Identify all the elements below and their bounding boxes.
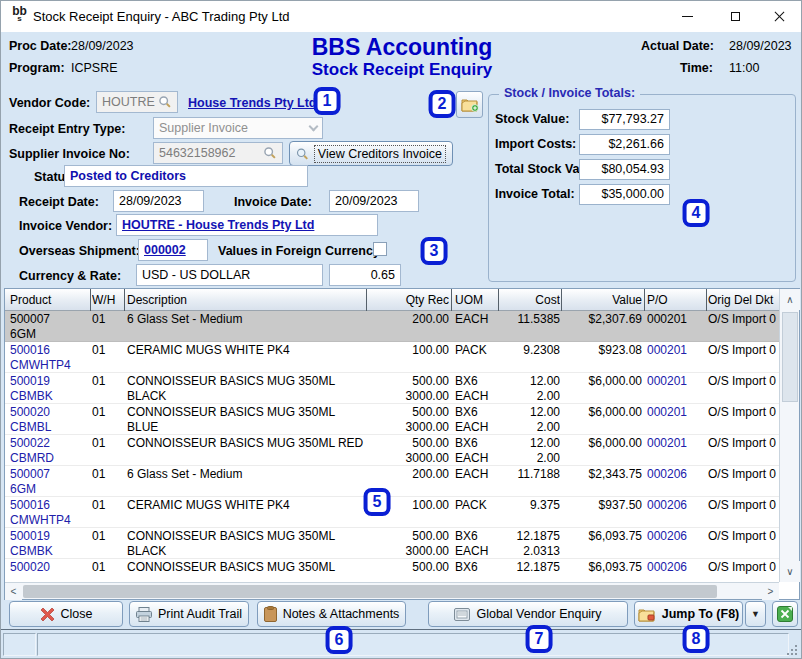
global-vendor-enquiry-button[interactable]: Global Vendor Enquiry [428,601,628,627]
po-cell[interactable]: 000201 [647,437,705,450]
scroll-left-button[interactable]: < [5,583,22,600]
value-cell: $6,093.75 [562,530,642,543]
resize-grip[interactable] [786,644,797,655]
qty-cell: 3000.00 [368,452,449,465]
desc-cell: BLUE [127,421,369,434]
po-cell[interactable]: 000201 [647,344,705,357]
table-row[interactable]: 500022CBMRD01CONNOISSEUR BASICS MUG 350M… [5,435,779,466]
overseas-shipment-link[interactable]: 000002 [144,243,186,257]
table-row[interactable]: 500019CBMBK01CONNOISSEUR BASICS MUG 350M… [5,528,779,559]
uom-cell: BX6 [455,375,500,388]
scroll-right-button[interactable]: > [762,583,779,600]
uom-cell: BX6 [455,437,500,450]
desc-cell: CONNOISSEUR BASICS MUG 350ML [127,530,369,543]
table-row[interactable]: 5000076GM016 Glass Set - Medium200.00EAC… [5,311,779,342]
product-cell: 6GM [10,328,92,341]
product-cell[interactable]: 500007 [10,468,92,481]
horizontal-scroll-thumb[interactable] [23,585,717,598]
table-row[interactable]: 500016CMWHTP401CERAMIC MUGS WHITE PK4100… [5,497,779,528]
close-window-button[interactable] [757,1,802,32]
product-cell[interactable]: 6GM [10,483,92,496]
column-header-po[interactable]: P/O [647,289,705,311]
annotation-badge-1: 1 [314,87,341,115]
qty-cell: 3000.00 [368,390,449,403]
product-cell[interactable]: 500016 [10,499,92,512]
column-header-value[interactable]: Value [562,289,642,311]
jump-to-dropdown-button[interactable]: ▼ [745,601,766,627]
grid-header: Product W/H Description Qty Rec UOM Cost… [5,289,779,311]
product-cell[interactable]: CBMBK [10,390,92,403]
vertical-scroll-thumb[interactable] [782,312,798,402]
po-cell[interactable]: 000206 [647,468,705,481]
receipt-date-value: 28/09/2023 [119,194,182,208]
invoice-vendor-link[interactable]: HOUTRE - House Trends Pty Ltd [122,218,314,232]
product-cell[interactable]: CMWHTP4 [10,514,92,527]
foreign-currency-label: Values in Foreign Currency: [218,244,384,258]
product-cell[interactable]: 500016 [10,344,92,357]
po-cell[interactable]: 000206 [647,561,705,574]
notes-attachments-button[interactable]: Notes & Attachments [257,601,406,627]
product-cell[interactable]: 500022 [10,437,92,450]
column-header-uom[interactable]: UOM [455,289,500,311]
scroll-down-button[interactable]: ∨ [780,561,800,582]
receipt-entry-type-select[interactable]: Supplier Invoice [153,117,323,139]
foreign-currency-checkbox[interactable] [373,242,387,256]
close-button[interactable]: Close [9,601,123,627]
orig-cell: O/S Import 0 [708,468,778,481]
product-cell[interactable]: CBMRD [10,452,92,465]
column-header-orig-del-dkt[interactable]: Orig Del Dkt [708,289,778,311]
time-label: Time: [641,61,713,75]
po-cell[interactable]: 000206 [647,530,705,543]
product-cell[interactable]: 500020 [10,561,92,574]
receipt-date-field[interactable]: 28/09/2023 [113,190,204,212]
annotation-badge-3: 3 [421,237,448,265]
maximize-button[interactable] [712,1,758,32]
column-header-wh[interactable]: W/H [92,289,126,311]
product-cell[interactable]: CBMBL [10,421,92,434]
cost-cell: 12.00 [502,375,560,388]
table-row[interactable]: 500020CBMBL01CONNOISSEUR BASICS MUG 350M… [5,404,779,435]
table-row[interactable]: 50002001CONNOISSEUR BASICS MUG 350ML500.… [5,559,779,582]
export-excel-button[interactable] [772,601,798,627]
print-audit-trail-button[interactable]: Print Audit Trail [129,601,249,627]
value-cell: $6,093.75 [562,561,642,574]
uom-cell: EACH [455,452,500,465]
product-cell[interactable]: 500020 [10,406,92,419]
view-creditors-invoice-button[interactable]: View Creditors Invoice [289,141,453,166]
table-row[interactable]: 500019CBMBK01CONNOISSEUR BASICS MUG 350M… [5,373,779,404]
wh-cell: 01 [92,406,126,419]
search-icon[interactable] [158,95,172,109]
currency-field[interactable]: USD - US DOLLAR [136,264,323,286]
orig-cell: O/S Import 0 [708,437,778,450]
value-cell: $923.08 [562,344,642,357]
table-row[interactable]: 5000076GM016 Glass Set - Medium200.00EAC… [5,466,779,497]
po-cell[interactable]: 000201 [647,406,705,419]
column-header-cost[interactable]: Cost [502,289,560,311]
supplier-invoice-label: Supplier Invoice No: [9,147,130,161]
po-cell[interactable]: 000201 [647,375,705,388]
add-attachment-button[interactable] [456,91,483,118]
column-header-qty-rec[interactable]: Qty Rec [368,289,449,311]
vendor-code-field[interactable]: HOUTRE [96,91,178,113]
product-cell[interactable]: 500019 [10,375,92,388]
column-header-product[interactable]: Product [10,289,92,311]
jump-to-button[interactable]: Jump To (F8) [634,601,743,627]
po-cell[interactable]: 000206 [647,499,705,512]
horizontal-scrollbar[interactable]: < > [5,582,779,599]
vertical-scrollbar[interactable]: ∧ ∨ [779,289,799,582]
product-cell[interactable]: 500019 [10,530,92,543]
search-icon[interactable] [263,146,277,160]
vendor-name-link[interactable]: House Trends Pty Ltd [188,96,317,110]
table-row[interactable]: 500016CMWHTP401CERAMIC MUGS WHITE PK4100… [5,342,779,373]
rate-field[interactable]: 0.65 [329,264,401,286]
product-cell[interactable]: CMWHTP4 [10,359,92,372]
invoice-date-field[interactable]: 20/09/2023 [329,190,419,212]
minimize-button[interactable] [664,1,710,32]
scroll-up-button[interactable]: ∧ [780,289,800,310]
product-cell[interactable]: CBMBK [10,545,92,558]
titlebar: bbs Stock Receipt Enquiry - ABC Trading … [1,1,801,32]
qty-cell: 500.00 [368,406,449,419]
column-header-description[interactable]: Description [127,289,369,311]
supplier-invoice-value: 54632158962 [159,146,263,160]
supplier-invoice-field[interactable]: 54632158962 [153,142,283,164]
